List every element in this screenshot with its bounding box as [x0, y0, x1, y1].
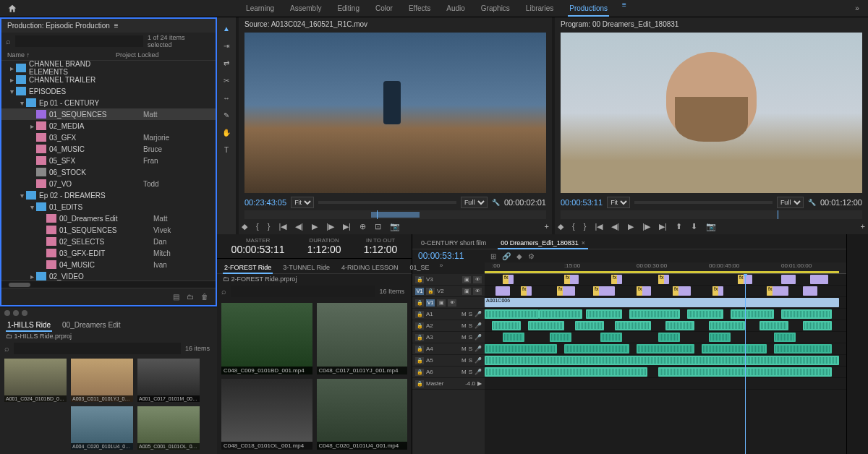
- track-header-a2[interactable]: 🔒A2MS🎤: [412, 320, 485, 332]
- tree-item[interactable]: ▸02_VIDEO: [1, 270, 216, 280]
- seq-search-input[interactable]: [231, 286, 375, 297]
- ws-graphics[interactable]: Graphics: [480, 1, 511, 16]
- pen-tool[interactable]: ✎: [220, 108, 233, 121]
- timeline-clip[interactable]: [709, 333, 731, 342]
- bin-search-input[interactable]: [14, 343, 181, 354]
- play-icon[interactable]: ▶: [312, 222, 318, 231]
- slip-tool[interactable]: ↔: [220, 91, 233, 104]
- timeline-clip[interactable]: [702, 344, 767, 354]
- ws-color[interactable]: Color: [374, 1, 394, 16]
- close-icon[interactable]: ×: [582, 239, 585, 247]
- bin-thumb[interactable]: A005_C001_0101OL_001.m...: [137, 406, 200, 450]
- insert-icon[interactable]: ⊕: [359, 222, 366, 231]
- tree-item[interactable]: ▸CHANNEL BRAND ELEMENTS: [1, 62, 216, 74]
- bin-thumb[interactable]: A003_C011_0101YJ_001.m...: [71, 359, 133, 402]
- export-frame-icon[interactable]: 📷: [706, 222, 716, 231]
- timeline-tc[interactable]: 00:00:53:11: [418, 251, 490, 261]
- razor-tool[interactable]: ✂: [220, 74, 233, 87]
- tree-item[interactable]: 04_MUSICIvan: [1, 259, 216, 270]
- track-header-v3[interactable]: 🔒V3▣👁: [412, 274, 485, 286]
- timeline-clip[interactable]: [803, 286, 817, 296]
- track-lane[interactable]: [485, 332, 846, 343]
- ws-editing[interactable]: Editing: [336, 1, 361, 16]
- tree-item[interactable]: 01_SEQUENCESMatt: [1, 108, 216, 120]
- timeline-clip[interactable]: [492, 321, 521, 330]
- bin-tab-dreamers[interactable]: 00_Dreamers Edit: [61, 319, 122, 331]
- track-select-tool[interactable]: ⇥: [220, 39, 233, 52]
- fx-marker[interactable]: fx: [503, 275, 509, 284]
- timeline-clip[interactable]: [575, 321, 604, 330]
- step-fwd-icon[interactable]: |▶: [326, 222, 334, 231]
- track-lane[interactable]: fxfxfxfxfx: [485, 274, 846, 286]
- tree-item[interactable]: ▸CHANNEL TRAILER: [1, 74, 216, 85]
- timeline-clip[interactable]: [781, 275, 796, 284]
- fx-marker[interactable]: fx: [564, 275, 570, 284]
- out-icon[interactable]: }: [584, 222, 587, 231]
- timeline-clip[interactable]: [709, 321, 745, 330]
- track-header-v2[interactable]: V1🔒V2▣👁: [412, 286, 485, 297]
- panel-menu-icon[interactable]: ≡: [114, 22, 119, 30]
- seq-tab-forest[interactable]: 2-FOREST Ride: [223, 262, 273, 273]
- track-header-a5[interactable]: 🔒A5MS🎤: [412, 355, 485, 367]
- ws-effects[interactable]: Effects: [407, 1, 432, 16]
- ws-libraries[interactable]: Libraries: [524, 1, 555, 16]
- bin-thumb[interactable]: A004_C020_0101U4_001.m...: [71, 406, 133, 450]
- timeline-clip[interactable]: [637, 344, 694, 354]
- timeline-clip[interactable]: [495, 286, 510, 296]
- snap-icon[interactable]: ⊞: [490, 252, 496, 260]
- selection-tool[interactable]: ▲: [220, 22, 233, 35]
- export-frame-icon[interactable]: 📷: [390, 222, 400, 231]
- clip-thumb[interactable]: C048_C017_0101YJ_001.mp4: [317, 303, 408, 374]
- project-tree[interactable]: ▸CHANNEL BRAND ELEMENTS▸CHANNEL TRAILER▾…: [1, 61, 216, 280]
- step-back-icon[interactable]: ◀|: [611, 222, 619, 231]
- add-btn-icon[interactable]: +: [545, 222, 549, 231]
- new-item-icon[interactable]: ▤: [173, 293, 179, 301]
- ripple-tool[interactable]: ⇄: [220, 56, 233, 69]
- wrench-icon[interactable]: 🔧: [808, 199, 816, 206]
- tree-item[interactable]: ▾EPISODES: [1, 85, 216, 97]
- goto-out-icon[interactable]: ▶|: [343, 222, 351, 231]
- tree-item[interactable]: 01_SEQUENCESVivek: [1, 224, 216, 236]
- timeline-clip[interactable]: [485, 356, 839, 365]
- program-scrubber[interactable]: [561, 210, 862, 219]
- in-icon[interactable]: {: [256, 222, 259, 231]
- goto-in-icon[interactable]: |◀: [595, 222, 603, 231]
- clip-thumb[interactable]: C048_C018_0101OL_001.mp4: [221, 379, 312, 450]
- timeline-clip[interactable]: [803, 321, 832, 330]
- track-lane[interactable]: [485, 378, 846, 390]
- mark-in-icon[interactable]: ◆: [558, 222, 563, 231]
- source-scrubber[interactable]: [244, 210, 546, 219]
- fx-marker[interactable]: fx: [593, 286, 599, 296]
- timeline-clip[interactable]: [665, 321, 694, 330]
- timeline-clip[interactable]: [539, 309, 582, 319]
- bin-tab-hills[interactable]: 1-HILLS Ride: [6, 319, 52, 331]
- timeline-clip[interactable]: [658, 333, 680, 342]
- fx-marker[interactable]: fx: [521, 286, 527, 296]
- timeline-clip[interactable]: [485, 309, 539, 319]
- workspace-overflow[interactable]: »: [846, 4, 868, 12]
- timeline-clip[interactable]: A001C006: [485, 298, 839, 307]
- source-zoom[interactable]: Fit: [291, 197, 314, 208]
- tree-item[interactable]: ▾Ep 02 - DREAMERS: [1, 189, 216, 201]
- tree-item[interactable]: 03_GFXMarjorie: [1, 132, 216, 143]
- track-header-v1[interactable]: 🔒V1▣👁: [412, 297, 485, 309]
- ws-learning[interactable]: Learning: [244, 1, 276, 16]
- seq-tab-tunnel[interactable]: 3-TUNNEL Ride: [281, 262, 331, 273]
- track-header-a3[interactable]: 🔒A3MS🎤: [412, 332, 485, 343]
- source-tc[interactable]: 00:23:43:05: [244, 198, 286, 207]
- goto-in-icon[interactable]: |◀: [278, 222, 286, 231]
- timeline-content[interactable]: fxfxfxfxfxfxfxfxfxfxfxfxA001C006: [485, 274, 846, 454]
- timeline-clip[interactable]: [760, 321, 788, 330]
- timeline-clip[interactable]: [774, 333, 796, 342]
- type-tool[interactable]: T: [220, 143, 233, 156]
- lift-icon[interactable]: ⬆: [676, 222, 682, 231]
- col-name[interactable]: Name ↑: [7, 51, 116, 59]
- tree-item[interactable]: 07_VOTodd: [1, 178, 216, 189]
- fx-marker[interactable]: fx: [637, 286, 642, 296]
- tree-item[interactable]: 05_SFXFran: [1, 155, 216, 166]
- seq-tab-riding[interactable]: 4-RIDING LESSON: [340, 262, 400, 273]
- clip-thumb[interactable]: C048_C009_0101BD_001.mp4: [221, 303, 312, 374]
- tl-tab-century[interactable]: 0-CENTURY short film: [418, 237, 489, 249]
- fx-marker[interactable]: fx: [712, 286, 718, 296]
- track-header-a1[interactable]: 🔒A1MS🎤: [412, 309, 485, 320]
